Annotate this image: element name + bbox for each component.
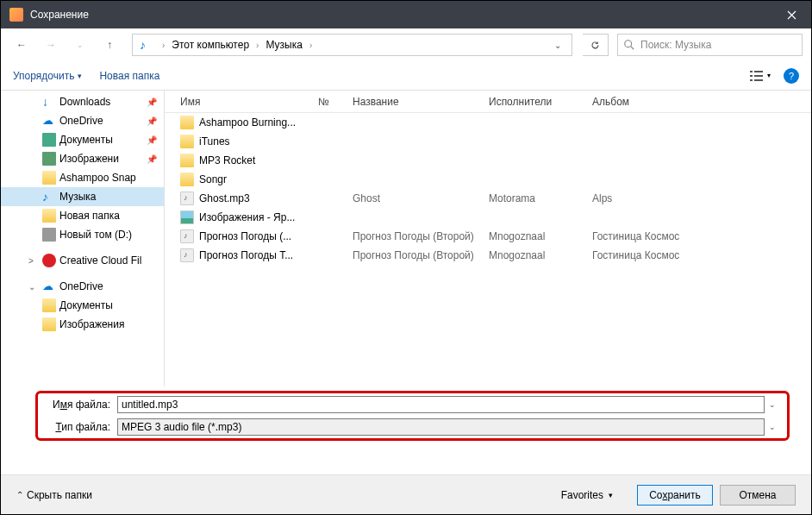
sidebar-item-label: Изображения (59, 318, 124, 330)
breadcrumb-item[interactable]: Музыка (264, 39, 303, 51)
svg-rect-5 (750, 79, 753, 81)
sidebar-item[interactable]: Изображени📌 (1, 149, 164, 168)
file-name: Изображения - Яр... (199, 211, 318, 223)
window-title: Сохранение (30, 9, 772, 21)
title-bar: Сохранение (1, 1, 811, 28)
file-row[interactable]: Songr (165, 170, 811, 189)
folder-icon (180, 173, 194, 186)
col-album[interactable]: Альбом (592, 96, 696, 108)
col-name[interactable]: Имя (180, 96, 318, 108)
svg-rect-1 (750, 71, 753, 72)
sidebar-item[interactable]: OneDrive📌 (1, 111, 164, 130)
svg-rect-6 (754, 79, 763, 81)
filetype-select[interactable]: MPEG 3 audio file (*.mp3) (117, 418, 765, 436)
sidebar-item[interactable]: Музыка (1, 187, 164, 206)
nav-forward-button[interactable]: → (39, 33, 63, 57)
help-button[interactable]: ? (784, 68, 799, 84)
filetype-row: Тип файла: MPEG 3 audio file (*.mp3) ⌄ (45, 418, 780, 436)
sidebar-tree: Downloads📌OneDrive📌Документы📌Изображени📌… (1, 91, 165, 386)
file-name: Ashampoo Burning... (199, 116, 318, 129)
filename-row: Имя файла: ⌄ (45, 396, 780, 413)
file-name: Прогноз Погоды Т... (199, 249, 318, 261)
mp3-icon (180, 229, 194, 243)
file-name: Ghost.mp3 (199, 192, 318, 204)
chevron-icon: > (28, 256, 39, 266)
folder-icon (180, 116, 194, 129)
folder-icon (180, 135, 194, 148)
folder-icon (42, 209, 56, 223)
file-row[interactable]: Прогноз Погоды (...Прогноз Погоды (Второ… (165, 227, 811, 246)
save-button[interactable]: Сохранить (637, 485, 713, 506)
nav-recent-dropdown[interactable]: ⌄ (68, 33, 92, 57)
file-row[interactable]: iTunes (165, 132, 811, 151)
file-row[interactable]: MP3 Rocket (165, 151, 811, 170)
sidebar-item-label: Новый том (D:) (59, 229, 132, 241)
sidebar-item[interactable]: Новый том (D:) (1, 225, 164, 244)
file-row[interactable]: Изображения - Яр... (165, 208, 811, 227)
sidebar-item[interactable]: ⌄OneDrive (1, 277, 164, 296)
search-icon (623, 39, 635, 51)
mp3-icon (180, 192, 194, 205)
filetype-dropdown[interactable]: ⌄ (765, 423, 780, 431)
filename-input[interactable] (117, 396, 765, 413)
pin-icon: 📌 (147, 97, 157, 107)
svg-rect-3 (750, 75, 753, 77)
sidebar-item[interactable]: Downloads📌 (1, 92, 164, 111)
col-title[interactable]: Название (353, 96, 489, 108)
file-name: iTunes (199, 135, 318, 148)
sidebar-item[interactable]: Изображения (1, 315, 164, 334)
organize-button[interactable]: Упорядочить▾ (13, 70, 82, 82)
file-name: MP3 Rocket (199, 154, 318, 166)
file-artist: Mnogoznaal (489, 230, 592, 242)
file-title: Прогноз Погоды (Второй) (353, 249, 489, 261)
pin-icon: 📌 (147, 154, 157, 164)
sidebar-item[interactable]: Новая папка (1, 206, 164, 225)
img-icon (42, 152, 56, 166)
sidebar-item-label: Downloads (59, 96, 110, 108)
col-num[interactable]: № (318, 96, 353, 108)
onedrive-icon (42, 279, 56, 293)
col-artist[interactable]: Исполнители (489, 96, 592, 108)
breadcrumb[interactable]: › Этот компьютер › Музыка › ⌄ (132, 34, 572, 56)
chevron-right-icon: › (304, 41, 317, 50)
cancel-button[interactable]: Отмена (720, 485, 796, 506)
nav-up-button[interactable]: ↑ (97, 33, 122, 57)
close-button[interactable] (772, 1, 811, 28)
folder-icon (42, 298, 56, 312)
svg-point-0 (625, 41, 632, 47)
file-list: Имя № Название Исполнители Альбом Ashamp… (165, 91, 811, 386)
refresh-button[interactable] (583, 34, 609, 56)
mp3-icon (180, 248, 194, 262)
search-input[interactable]: Поиск: Музыка (617, 34, 803, 56)
music-icon (140, 38, 153, 52)
nav-back-button[interactable]: ← (9, 33, 34, 57)
save-fields-highlight: Имя файла: ⌄ Тип файла: MPEG 3 audio fil… (35, 391, 790, 441)
footer: ⌃Скрыть папки Favorites▾ Сохранить Отмен… (1, 474, 811, 514)
search-placeholder: Поиск: Музыка (640, 39, 711, 51)
file-row[interactable]: Прогноз Погоды Т...Прогноз Погоды (Второ… (165, 246, 811, 265)
breadcrumb-item[interactable]: Этот компьютер (170, 39, 251, 51)
music-icon (42, 190, 56, 204)
download-icon (42, 95, 56, 109)
sidebar-item-label: Изображени (59, 153, 119, 165)
file-artist: Motorama (489, 192, 592, 204)
sidebar-item[interactable]: Документы (1, 296, 164, 315)
chevron-right-icon: › (157, 41, 170, 50)
folder-icon (180, 154, 194, 167)
file-row[interactable]: Ashampoo Burning... (165, 113, 811, 132)
hide-folders-button[interactable]: ⌃Скрыть папки (16, 489, 92, 501)
filename-dropdown[interactable]: ⌄ (765, 400, 780, 409)
file-row[interactable]: Ghost.mp3GhostMotoramaAlps (165, 189, 811, 208)
favorites-button[interactable]: Favorites▾ (553, 486, 621, 505)
sidebar-item[interactable]: Документы📌 (1, 130, 164, 149)
onedrive-icon (42, 114, 56, 128)
breadcrumb-dropdown[interactable]: ⌄ (547, 41, 568, 50)
new-folder-button[interactable]: Новая папка (99, 70, 159, 82)
chevron-right-icon: › (251, 41, 264, 50)
cc-icon (42, 254, 56, 267)
column-headers: Имя № Название Исполнители Альбом (165, 91, 811, 113)
sidebar-item[interactable]: Ashampoo Snap (1, 168, 164, 187)
sidebar-item[interactable]: >Creative Cloud Fil (1, 251, 164, 270)
view-mode-button[interactable]: ▾ (746, 66, 775, 86)
disk-icon (42, 228, 56, 242)
